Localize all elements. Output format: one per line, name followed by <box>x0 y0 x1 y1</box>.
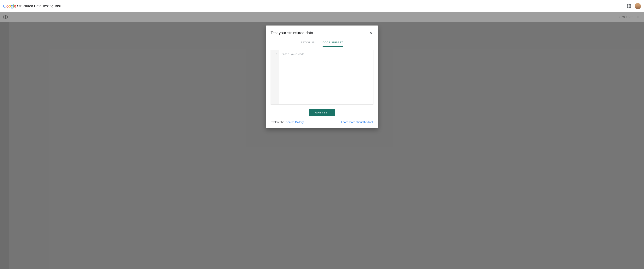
google-e: e <box>14 4 16 8</box>
grid-dot <box>628 5 630 6</box>
grid-dot <box>627 5 628 6</box>
grid-dot <box>627 7 628 8</box>
google-o2: o <box>8 4 11 8</box>
settings-icon[interactable]: ⚙ <box>636 15 641 19</box>
grid-dot <box>628 7 630 8</box>
avatar-image <box>635 3 641 9</box>
modal-dialog: Test your structured data ✕ FETCH URL CO… <box>266 25 378 128</box>
modal-title: Test your structured data <box>270 31 313 35</box>
explore-text: Explore the <box>270 121 284 124</box>
grid-dot <box>630 7 631 8</box>
modal-header: Test your structured data ✕ <box>270 30 374 35</box>
search-gallery-link[interactable]: Search Gallery. <box>286 121 304 124</box>
globe-icon[interactable] <box>3 15 8 19</box>
footer-explore-text: Explore the Search Gallery. <box>270 121 304 124</box>
toolbar-left <box>3 15 8 19</box>
modal-footer: Explore the Search Gallery. Learn more a… <box>270 121 374 124</box>
run-test-button[interactable]: RUN TEST <box>309 109 335 116</box>
editor-content[interactable]: Paste your code <box>279 50 373 104</box>
header-logo: Google Structured Data Testing Tool <box>3 4 60 9</box>
google-o1: o <box>6 4 9 8</box>
code-editor: 1 Paste your code <box>270 50 374 105</box>
toolbar: NEW TEST ⚙ <box>0 12 644 22</box>
grid-dot <box>630 4 631 5</box>
editor-line-numbers: 1 <box>271 50 279 104</box>
app-title: Structured Data Testing Tool <box>17 4 60 8</box>
modal-tabs: FETCH URL CODE SNIPPET <box>270 39 374 47</box>
google-logo: Google <box>3 4 16 9</box>
learn-more-link[interactable]: Learn more about this tool. <box>341 121 374 124</box>
editor-placeholder: Paste your code <box>282 52 304 55</box>
apps-icon[interactable] <box>627 4 632 8</box>
grid-dot <box>628 4 630 5</box>
google-g2: g <box>11 4 13 8</box>
header-right <box>627 3 641 9</box>
toolbar-right: NEW TEST ⚙ <box>618 15 641 19</box>
modal-overlay: Test your structured data ✕ FETCH URL CO… <box>0 22 644 269</box>
google-g: G <box>3 4 6 8</box>
grid-dot <box>630 5 631 6</box>
tab-code-snippet[interactable]: CODE SNIPPET <box>322 39 343 47</box>
tab-fetch-url[interactable]: FETCH URL <box>301 39 316 47</box>
close-button[interactable]: ✕ <box>368 30 374 35</box>
user-avatar[interactable] <box>635 3 641 9</box>
editor-line-number: 1 <box>272 52 278 55</box>
main-content: 1 Test your structured data ✕ FETCH URL … <box>0 22 644 269</box>
run-test-container: RUN TEST <box>270 109 374 116</box>
new-test-button[interactable]: NEW TEST <box>618 15 633 18</box>
grid-dot <box>627 4 628 5</box>
header: Google Structured Data Testing Tool <box>0 0 644 12</box>
